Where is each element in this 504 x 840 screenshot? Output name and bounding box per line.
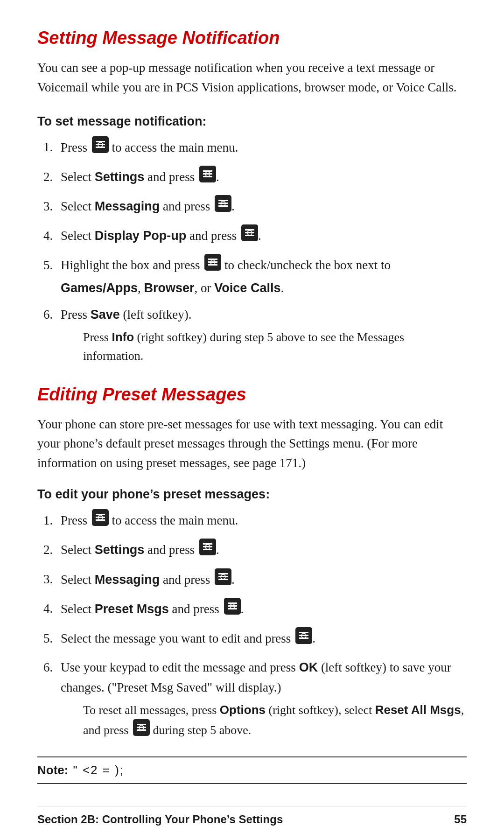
s2-step1-text-before: Press <box>61 513 91 527</box>
s2-menu-icon-2 <box>199 539 216 561</box>
s2-menu-icon-3 <box>215 568 231 591</box>
section1-step-3: Select Messaging and press . <box>56 196 467 219</box>
s2-step3-bold: Messaging <box>95 572 160 586</box>
section1-title: Setting Message Notification <box>37 28 467 48</box>
step4-bold: Display Pop-up <box>95 229 187 243</box>
section2-step-4: Select Preset Msgs and press . <box>56 599 467 622</box>
section2-step-3: Select Messaging and press . <box>56 569 467 592</box>
s2-menu-icon-4 <box>224 598 241 621</box>
section2-steps: Press to access the main menu. Select Se… <box>56 510 467 742</box>
s2-step1-text-after: to access the main menu. <box>112 513 238 527</box>
step6-text-after: (left softkey). <box>120 308 192 322</box>
s2-step4-bold: Preset Msgs <box>95 602 169 616</box>
section2-indented-note: To reset all messages, press Options (ri… <box>83 700 467 742</box>
section2-step-5: Select the message you want to edit and … <box>56 628 467 651</box>
step3-text-mid: and press <box>160 199 213 213</box>
section2-step-1: Press to access the main menu. <box>56 510 467 533</box>
svg-rect-42 <box>228 605 237 607</box>
step1-text-after: to access the main menu. <box>112 140 238 154</box>
section1-step-2: Select Settings and press . <box>56 167 467 189</box>
note-content: " <2 = ); <box>73 763 467 777</box>
section1-sublabel: To set message notification: <box>37 114 467 129</box>
section1-indented-note: Press Info (right softkey) during step 5… <box>83 328 467 366</box>
step2-text-mid: and press <box>144 170 198 184</box>
section1-step-4: Select Display Pop-up and press . <box>56 225 467 248</box>
step3-text-before: Select <box>61 199 95 213</box>
section2-title: Editing Preset Messages <box>37 385 467 405</box>
note-bar: Note: " <2 = ); <box>37 756 467 784</box>
section1-step-6: Press Save (left softkey). Press Info (r… <box>56 305 467 366</box>
section2-intro: Your phone can store pre-set messages fo… <box>37 415 467 474</box>
svg-rect-12 <box>218 203 228 204</box>
svg-rect-2 <box>96 144 105 145</box>
section2-step-2: Select Settings and press . <box>56 539 467 562</box>
step1-text-before: Press <box>61 140 91 154</box>
section2-step-6: Use your keypad to edit the message and … <box>56 658 467 742</box>
footer-right: 55 <box>454 813 467 826</box>
menu-icon-2 <box>199 166 216 189</box>
svg-rect-52 <box>137 727 146 728</box>
section1-step-5: Highlight the box and press to check/unc… <box>56 255 467 298</box>
section1-steps: Press to access the main menu. Select Se… <box>56 137 467 366</box>
step6-text-before: Press <box>61 308 91 322</box>
svg-rect-37 <box>218 576 228 577</box>
footer-left: Section 2B: Controlling Your Phone’s Set… <box>37 813 283 826</box>
menu-icon-5 <box>204 254 221 277</box>
step2-text-before: Select <box>61 170 95 184</box>
section1-step-1: Press to access the main menu. <box>56 137 467 160</box>
svg-rect-7 <box>203 173 212 175</box>
s2-step2-bold: Settings <box>95 543 145 557</box>
step4-text-before: Select <box>61 229 95 243</box>
step4-text-mid: and press <box>186 229 240 243</box>
svg-rect-27 <box>96 517 105 518</box>
step6-bold: Save <box>91 308 120 322</box>
s2-menu-icon-6 <box>133 719 150 742</box>
s2-step6-bold: OK <box>299 660 318 674</box>
step3-bold: Messaging <box>95 199 160 213</box>
section1-intro: You can see a pop-up message notificatio… <box>37 58 467 98</box>
s2-menu-icon-5 <box>295 627 312 650</box>
note-label: Note: <box>37 763 68 777</box>
svg-rect-32 <box>203 546 212 547</box>
svg-rect-22 <box>208 261 217 263</box>
svg-rect-47 <box>299 635 308 636</box>
menu-icon-3 <box>215 195 231 218</box>
menu-icon-4 <box>241 224 258 247</box>
step2-bold: Settings <box>95 170 145 184</box>
step5-text-before: Highlight the box and press <box>61 258 203 272</box>
section2-sublabel: To edit your phone’s preset messages: <box>37 487 467 502</box>
menu-icon-1 <box>92 136 109 159</box>
s2-menu-icon-1 <box>92 509 109 532</box>
svg-rect-17 <box>245 232 254 233</box>
footer-bar: Section 2B: Controlling Your Phone’s Set… <box>37 806 467 826</box>
